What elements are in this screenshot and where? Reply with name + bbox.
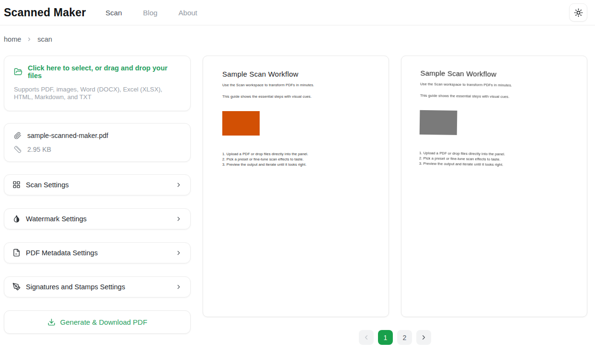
file-dropzone[interactable]: Click here to select, or drag and drop y…: [4, 56, 191, 111]
doc-step: 2. Pick a preset or fine-tune scan effec…: [222, 157, 369, 162]
doc-step: 1. Upload a PDF or drop files directly i…: [222, 151, 369, 157]
doc-paragraph: Use the Scan workspace to transform PDFs…: [222, 83, 369, 87]
nav-item-blog[interactable]: Blog: [143, 9, 158, 17]
paperclip-icon: [14, 132, 22, 139]
pagination-page-2-button[interactable]: 2: [397, 330, 412, 345]
scan-settings-label: Scan Settings: [26, 181, 69, 189]
chevron-right-icon: [420, 334, 427, 341]
chevron-right-icon: [26, 36, 32, 42]
doc-paragraph: This guide shows the essential steps wit…: [420, 93, 567, 100]
doc-step: 3. Preview the output and iterate until …: [222, 162, 369, 167]
uploaded-file-card: sample-scanned-maker.pdf 2.95 KB: [4, 123, 191, 162]
generate-download-button[interactable]: Generate & Download PDF: [4, 310, 191, 334]
download-icon: [47, 318, 56, 326]
file-size: 2.95 KB: [27, 146, 51, 153]
pdf-metadata-settings-row[interactable]: PDF Metadata Settings: [4, 242, 191, 263]
dropzone-supported-formats: Supports PDF, images, Word (DOCX), Excel…: [14, 86, 181, 102]
doc-figure-swatch: [222, 111, 260, 136]
nav-item-scan[interactable]: Scan: [105, 9, 122, 17]
chevron-right-icon: [175, 182, 182, 188]
file-icon: [12, 249, 21, 257]
generate-download-label: Generate & Download PDF: [60, 318, 148, 326]
folder-open-icon: [14, 68, 23, 76]
pagination: 1 2: [203, 330, 587, 345]
doc-figure-swatch: [420, 110, 458, 135]
chevron-right-icon: [175, 216, 182, 222]
watermark-settings-row[interactable]: Watermark Settings: [4, 208, 191, 229]
theme-toggle-button[interactable]: [569, 3, 587, 22]
pagination-next-button[interactable]: [416, 330, 431, 345]
main-nav: Scan Blog About: [105, 9, 197, 17]
doc-title: Sample Scan Workflow: [420, 69, 567, 79]
controls-panel: Click here to select, or drag and drop y…: [4, 56, 191, 334]
chevron-left-icon: [363, 334, 370, 341]
grid-icon: [12, 181, 21, 189]
scan-settings-row[interactable]: Scan Settings: [4, 174, 191, 195]
nav-item-about[interactable]: About: [179, 9, 197, 17]
preview-area: Sample Scan Workflow Use the Scan worksp…: [203, 56, 587, 345]
pagination-page-1-button[interactable]: 1: [378, 330, 393, 345]
signatures-stamps-settings-label: Signatures and Stamps Settings: [26, 283, 125, 291]
doc-paragraph: This guide shows the essential steps wit…: [222, 94, 369, 99]
brand-logo[interactable]: Scanned Maker: [4, 6, 86, 19]
preview-page-2: Sample Scan Workflow Use the Scan worksp…: [401, 56, 587, 317]
breadcrumb: home scan: [4, 35, 591, 43]
breadcrumb-home[interactable]: home: [4, 35, 21, 43]
signatures-stamps-settings-row[interactable]: Signatures and Stamps Settings: [4, 276, 191, 297]
chevron-right-icon: [175, 250, 182, 256]
pen-icon: [12, 283, 21, 291]
watermark-settings-label: Watermark Settings: [26, 215, 87, 223]
pdf-metadata-settings-label: PDF Metadata Settings: [26, 249, 98, 257]
file-name: sample-scanned-maker.pdf: [27, 132, 108, 139]
chevron-right-icon: [175, 284, 182, 290]
doc-paragraph: Use the Scan workspace to transform PDFs…: [420, 82, 567, 88]
dropzone-title: Click here to select, or drag and drop y…: [28, 64, 181, 80]
pagination-prev-button[interactable]: [359, 330, 374, 345]
ruler-icon: [14, 146, 22, 153]
doc-step-list: 1. Upload a PDF or drop files directly i…: [419, 150, 566, 168]
doc-title: Sample Scan Workflow: [222, 70, 369, 78]
header: Scanned Maker Scan Blog About: [0, 0, 595, 25]
sun-icon: [574, 8, 583, 17]
doc-step-list: 1. Upload a PDF or drop files directly i…: [222, 151, 369, 167]
breadcrumb-scan: scan: [37, 35, 52, 43]
droplet-icon: [12, 215, 21, 223]
preview-page-1: Sample Scan Workflow Use the Scan worksp…: [203, 56, 389, 317]
main-content: Click here to select, or drag and drop y…: [4, 56, 587, 345]
